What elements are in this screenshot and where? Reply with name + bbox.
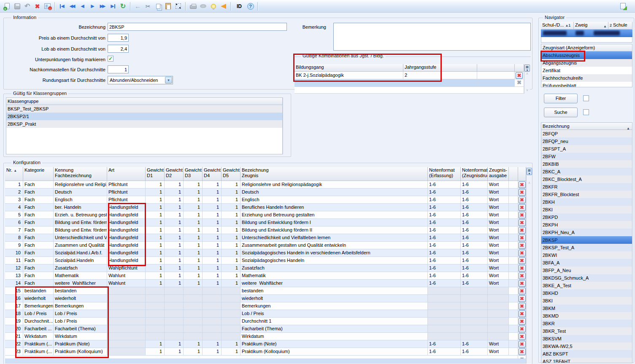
cell[interactable]: 1-6 bbox=[461, 189, 488, 196]
delete-row-icon[interactable]: ✖ bbox=[519, 204, 526, 211]
cell[interactable] bbox=[461, 302, 488, 310]
cell[interactable]: Englisch bbox=[240, 196, 428, 204]
cell[interactable]: 1 bbox=[184, 226, 203, 234]
cell[interactable]: 1 bbox=[165, 226, 184, 234]
cell[interactable]: 1-6 bbox=[428, 348, 461, 356]
bezeichnung-item[interactable]: 2BKPH bbox=[541, 221, 632, 229]
konfiguration-row[interactable]: 15bestandenbestandenbestanden✖ bbox=[5, 287, 526, 295]
cell[interactable]: 1 bbox=[184, 264, 203, 272]
delete-row-icon[interactable]: ✖ bbox=[519, 181, 526, 188]
cell[interactable]: 1-6 bbox=[461, 204, 488, 211]
cell[interactable]: Wort bbox=[488, 219, 509, 226]
cell[interactable]: bestanden bbox=[54, 287, 107, 295]
cell[interactable]: 1 bbox=[146, 181, 165, 189]
cell[interactable]: Wahlpflichtunt bbox=[107, 264, 146, 272]
cell[interactable]: 1 bbox=[203, 249, 222, 257]
delete-row-icon[interactable]: ✖ bbox=[519, 288, 526, 294]
cell[interactable]: 18 bbox=[5, 310, 23, 318]
cell[interactable]: 1 bbox=[146, 196, 165, 204]
cell[interactable]: Wort bbox=[488, 257, 509, 264]
cell[interactable] bbox=[222, 325, 240, 333]
delete-row-icon[interactable]: ✖ bbox=[519, 212, 526, 218]
bezeichnung-item[interactable]: 2BKI bbox=[541, 206, 632, 213]
zeugnisart-item[interactable]: Abschlusszeugnis bbox=[541, 51, 632, 59]
cell[interactable]: Wort bbox=[488, 340, 509, 348]
id-button[interactable]: ID bbox=[233, 1, 245, 11]
klassengruppen-row[interactable]: BKSP_Test_2BKSP bbox=[6, 105, 282, 113]
cell[interactable] bbox=[184, 302, 203, 310]
cell[interactable] bbox=[428, 325, 461, 333]
cell[interactable]: 1 bbox=[184, 234, 203, 242]
cell[interactable]: 1 bbox=[5, 181, 23, 189]
cell[interactable]: 1 bbox=[165, 219, 184, 226]
zeugnisart-item[interactable]: Fachhochschulreife bbox=[541, 74, 632, 82]
cell[interactable]: 1 bbox=[184, 204, 203, 211]
paste-button[interactable] bbox=[163, 1, 173, 11]
cell[interactable] bbox=[461, 310, 488, 318]
filter-button[interactable]: Filter bbox=[544, 94, 578, 103]
cell[interactable]: 1 bbox=[165, 257, 184, 264]
konfiguration-row[interactable]: 7FachBildung und Entw. fördern..Handlung… bbox=[5, 226, 526, 234]
delete-row-icon[interactable]: ✖ bbox=[519, 242, 526, 249]
export-button[interactable] bbox=[618, 1, 628, 11]
filter-checkbox[interactable] bbox=[583, 95, 589, 101]
cell[interactable]: 1 bbox=[165, 249, 184, 257]
cell[interactable]: 1-6 bbox=[428, 280, 461, 287]
delete-row-icon[interactable]: ✖ bbox=[519, 303, 526, 310]
cell[interactable]: 1 bbox=[222, 264, 240, 272]
cell[interactable]: 1 bbox=[203, 181, 222, 189]
cell[interactable]: 13 bbox=[5, 272, 23, 280]
cell[interactable]: 1-6 bbox=[428, 264, 461, 272]
cell[interactable]: Facharbeit (Thema) bbox=[54, 325, 107, 333]
notify-button[interactable] bbox=[219, 1, 228, 11]
cell[interactable]: Handlungsfeld bbox=[107, 242, 146, 249]
undo-button[interactable]: ↷ bbox=[22, 1, 32, 11]
konfiguration-row[interactable]: 2FachDeutschPflichtunt11111Deutsch1-61-6… bbox=[5, 189, 526, 196]
bezeichnung-item[interactable]: 3BKR_Test bbox=[541, 327, 632, 335]
cell[interactable]: 20 bbox=[5, 325, 23, 333]
cell[interactable] bbox=[461, 287, 488, 295]
cell[interactable]: 21 bbox=[5, 333, 23, 340]
cell[interactable]: wiederholt bbox=[54, 295, 107, 302]
chevron-down-icon[interactable]: ▼ bbox=[165, 77, 172, 84]
cell[interactable] bbox=[165, 318, 184, 325]
delete-row-icon[interactable]: ✖ bbox=[519, 272, 526, 279]
cell[interactable]: 1-6 bbox=[428, 196, 461, 204]
cell[interactable] bbox=[461, 295, 488, 302]
cell[interactable] bbox=[203, 310, 222, 318]
cell[interactable]: Bemerkungen bbox=[240, 302, 428, 310]
cell[interactable]: Wort bbox=[488, 181, 509, 189]
cell[interactable]: 4 bbox=[5, 204, 23, 211]
cell[interactable] bbox=[428, 295, 461, 302]
cell[interactable]: 1-6 bbox=[428, 211, 461, 219]
cell[interactable]: Praktikum (Note) bbox=[240, 340, 428, 348]
bezeichnung-item[interactable]: 2BKPH_Neu_A bbox=[541, 229, 632, 236]
cell[interactable] bbox=[461, 333, 488, 340]
cell[interactable]: 16 bbox=[5, 295, 23, 302]
delete-row-icon[interactable]: ✖ bbox=[519, 326, 526, 332]
cell[interactable]: 3 bbox=[5, 196, 23, 204]
cell[interactable]: Mathematik bbox=[54, 272, 107, 280]
cell[interactable]: 17 bbox=[5, 302, 23, 310]
cell[interactable] bbox=[146, 333, 165, 340]
column-chooser-button[interactable]: ▦▾ bbox=[526, 167, 532, 181]
cell[interactable]: 1 bbox=[203, 272, 222, 280]
cell[interactable]: 1 bbox=[165, 189, 184, 196]
cell[interactable]: Handlungsfeld bbox=[107, 204, 146, 211]
delete-row-icon[interactable]: ✖ bbox=[519, 295, 526, 302]
cell[interactable]: Praktikum (Kolloquium) bbox=[240, 348, 428, 356]
cell[interactable]: 1-6 bbox=[461, 242, 488, 249]
cell[interactable]: 12 bbox=[5, 264, 23, 272]
cell[interactable]: Wirkdatum bbox=[23, 333, 54, 340]
konfiguration-new-row[interactable] bbox=[5, 359, 532, 364]
klassengruppen-header[interactable]: Klassengruppe bbox=[6, 97, 283, 105]
klassengruppen-row[interactable]: 2BKSP_Prakt bbox=[6, 120, 282, 128]
cell[interactable]: Wirkdatum bbox=[240, 333, 428, 340]
cell[interactable]: Bildung und Entw. fördern I bbox=[54, 219, 107, 226]
cell[interactable]: Fach bbox=[23, 249, 54, 257]
suche-button[interactable]: Suche bbox=[544, 108, 578, 117]
konfiguration-row[interactable]: 22Praktikum (...Praktikum (Note)11111Pra… bbox=[5, 340, 526, 348]
cell[interactable] bbox=[203, 333, 222, 340]
bezeichnung-item[interactable]: 2BKFR_Blocktest bbox=[541, 191, 632, 198]
cell[interactable] bbox=[165, 295, 184, 302]
